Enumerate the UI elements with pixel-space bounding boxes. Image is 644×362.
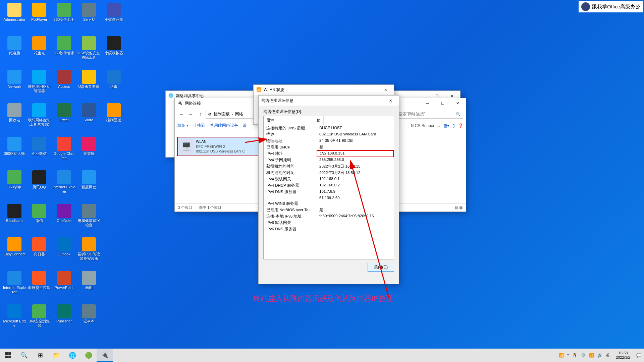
breadcrumb-item[interactable]: 网络	[235, 111, 243, 117]
tray-network-icon[interactable]: 📶	[589, 353, 594, 358]
desktop-icon[interactable]: PotPlayer	[28, 3, 51, 22]
desktop-icon[interactable]: 小蚁多开器	[102, 3, 125, 22]
desktop-icon[interactable]: 企业微信	[28, 137, 51, 156]
desktop-icon[interactable]: Serv-U	[77, 3, 101, 22]
file-explorer-button[interactable]: 📁	[48, 349, 64, 362]
desktop-icon[interactable]: Publisher	[52, 304, 76, 323]
disable-device-button[interactable]: 禁用此网络设备	[210, 123, 238, 128]
desktop-icon[interactable]: 360软件管家	[52, 36, 76, 55]
desktop-icon[interactable]: 画图	[77, 271, 101, 290]
desktop-icon[interactable]: 微信	[28, 204, 51, 223]
property-row[interactable]: 获得租约的时间2022年3月2日 16:58:15	[264, 163, 394, 170]
desktop-icon[interactable]: 此电脑	[3, 36, 26, 55]
maximize-button[interactable]: ☐	[435, 99, 450, 108]
desktop-icon[interactable]: 360安全浏览器	[28, 304, 51, 328]
desktop-icon[interactable]: Excel	[52, 103, 76, 122]
desktop-icon[interactable]: 控制面板	[102, 103, 125, 122]
browser-360-button[interactable]: 🟢	[80, 349, 97, 362]
up-button[interactable]: ↑	[196, 110, 204, 118]
property-row[interactable]: 61.139.2.69	[264, 195, 394, 200]
desktop-icon[interactable]: Access	[52, 70, 76, 89]
tray-volume-icon[interactable]: 🔊	[597, 353, 602, 358]
start-button[interactable]	[0, 349, 16, 362]
desktop-icon[interactable]: Internet Explorer	[3, 271, 26, 294]
property-row[interactable]: IPv4 WINS 服务器	[264, 200, 394, 207]
close-button[interactable]: ✕	[378, 85, 393, 95]
desktop-icon[interactable]: 记事本	[77, 304, 101, 323]
tray-security-icon[interactable]: 🛡️	[581, 353, 586, 358]
desktop-icon[interactable]: USB设备安全移除工具	[77, 36, 101, 60]
view-menu-icon[interactable]: ▦▾	[443, 123, 449, 128]
desktop-icon[interactable]: 福昕PDF阅读器免安装版	[77, 237, 101, 261]
titlebar[interactable]: 网络连接详细信息 ✕	[259, 96, 399, 106]
desktop-icon[interactable]: 回收站	[3, 103, 26, 122]
property-row[interactable]: 物理地址24-05-0F-41-90-DB	[264, 138, 394, 144]
desktop-icon[interactable]: Outlook	[52, 237, 76, 256]
desktop-icon[interactable]: Google Chrome	[52, 137, 76, 160]
preview-pane-icon[interactable]: ▯	[452, 123, 455, 128]
back-button[interactable]: ←	[177, 110, 185, 118]
notification-button[interactable]: 💬	[636, 353, 641, 358]
property-row[interactable]: IPv6 DNS 服务器	[264, 226, 394, 232]
close-button[interactable]: ✕	[383, 96, 398, 105]
desktop-icon[interactable]: 360杀毒	[3, 170, 26, 189]
col-value[interactable]: 值	[314, 116, 324, 125]
desktop-icon[interactable]: EasyConnect	[3, 237, 26, 256]
desktop-icon[interactable]: 爱剪辑	[77, 137, 101, 156]
desktop-icon[interactable]: Microsoft Edge	[3, 304, 26, 328]
desktop-icon[interactable]: Internet Explorer	[52, 170, 76, 194]
desktop-icon[interactable]: 小蚁模拟器	[102, 36, 125, 55]
tray-overflow-icon[interactable]: ^	[567, 353, 569, 358]
property-row[interactable]: 已启用 NetBIOS over Tc...是	[264, 207, 394, 213]
forward-button[interactable]: →	[187, 110, 195, 118]
desktop-icon[interactable]: 联想应用驱动管理器	[28, 70, 51, 93]
diagnose-button[interactable]: 诊	[243, 123, 247, 128]
property-row[interactable]: 连接特定的 DNS 后缀DHCP HOST	[264, 125, 394, 131]
property-row[interactable]: 租约过期的时间2022年3月2日 18:58:12	[264, 170, 394, 176]
property-row[interactable]: 描述802.11n USB Wireless LAN Card	[264, 131, 394, 138]
desktop-icon[interactable]: Word	[77, 103, 101, 122]
search-input[interactable]: 搜索"网络连接" 🔍	[396, 110, 463, 119]
desktop-icon[interactable]: U盘杀毒专家	[77, 70, 101, 89]
desktop-icon[interactable]: 联想网络控制工具-控制端	[28, 103, 51, 127]
property-row[interactable]: 连接-本地 IPv6 地址fe80::6909:2a64:7c06:82099 …	[264, 213, 394, 220]
desktop-icon[interactable]: 电脑健康状况检查	[77, 204, 101, 227]
desktop-icon[interactable]: 向日葵主控端	[28, 271, 51, 290]
close-button[interactable]: ✕	[450, 99, 465, 108]
desktop-icon[interactable]: 360安全卫士	[52, 3, 76, 22]
desktop-icon[interactable]: 迅雷	[102, 70, 125, 89]
property-row[interactable]: IPv4 地址192.168.0.151	[264, 150, 394, 157]
desktop-icon[interactable]: Network	[3, 70, 26, 89]
organize-menu[interactable]: 组织 ▾	[177, 123, 189, 128]
minimize-button[interactable]: ─	[420, 99, 435, 108]
property-row[interactable]: IPv4 子网掩码255.255.255.0	[264, 157, 394, 163]
property-row[interactable]: 已启用 DHCP是	[264, 144, 394, 150]
task-view-button[interactable]: ⊞	[32, 349, 48, 362]
chrome-button[interactable]: 🌐	[64, 349, 80, 362]
property-row[interactable]: IPv4 DNS 服务器101.7.8.9	[264, 189, 394, 195]
view-icons-button[interactable]: ▤ ▦	[455, 205, 463, 210]
search-button[interactable]: 🔍	[16, 349, 32, 362]
desktop-icon[interactable]: 花生壳	[28, 36, 51, 55]
desktop-icon[interactable]: 腾讯QQ	[28, 170, 51, 189]
tray-ime[interactable]: 英	[606, 353, 610, 358]
connect-to-button[interactable]: 连接到	[193, 123, 205, 128]
desktop-icon[interactable]: Administrator	[3, 3, 26, 22]
tray-wifi-icon[interactable]: 📶	[559, 353, 564, 358]
desktop-icon[interactable]: PowerPoint	[52, 271, 76, 290]
network-connections-taskbar-button[interactable]: 🔌	[97, 349, 113, 362]
desktop-icon[interactable]: 百度网盘	[77, 170, 101, 189]
titlebar[interactable]: 📶 WLAN 状态 ✕	[254, 85, 394, 95]
property-row[interactable]: IPv4 DHCP 服务器192.168.0.2	[264, 182, 394, 189]
breadcrumb-item[interactable]: 控制面板	[214, 111, 230, 117]
property-row[interactable]: IPv6 默认网关	[264, 220, 394, 226]
tray-qq-icon[interactable]: 🐧	[572, 353, 577, 358]
property-list[interactable]: 属性 值 连接特定的 DNS 后缀DHCP HOST描述802.11n USB …	[263, 116, 394, 259]
taskbar-clock[interactable]: 16:58 2022/3/2	[613, 351, 633, 360]
desktop-icon[interactable]: Bandicam	[3, 204, 26, 223]
desktop-icon[interactable]: 向日葵	[28, 237, 51, 256]
desktop-icon[interactable]: 360驱动大师	[3, 137, 26, 156]
close-dialog-button[interactable]: 关闭(C)	[368, 263, 394, 272]
col-property[interactable]: 属性	[264, 116, 314, 125]
desktop-icon[interactable]: OneNote	[52, 204, 76, 223]
